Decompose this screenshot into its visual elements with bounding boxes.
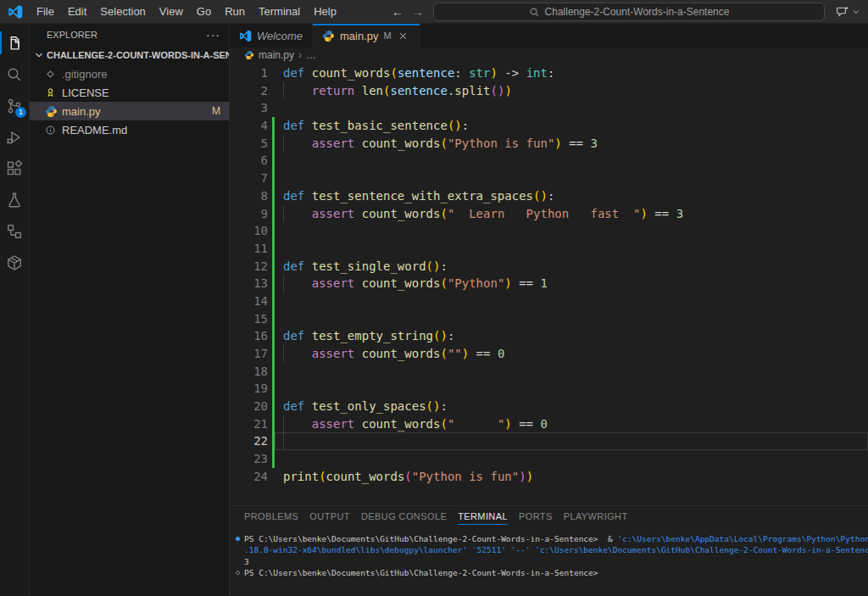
code-line[interactable]: 12def test_single_word(): xyxy=(230,258,868,276)
code-line[interactable]: 16def test_empty_string(): xyxy=(230,327,868,345)
menu-selection[interactable]: Selection xyxy=(93,0,152,24)
code-text[interactable] xyxy=(275,380,868,398)
code-line[interactable]: 20def test_only_spaces(): xyxy=(230,398,868,415)
line-number[interactable]: 13 xyxy=(230,275,268,292)
line-number[interactable]: 24 xyxy=(230,468,268,486)
code-text[interactable]: def test_only_spaces(): xyxy=(275,398,868,415)
forward-arrow-icon[interactable]: → xyxy=(412,5,424,19)
menu-terminal[interactable]: Terminal xyxy=(252,0,307,24)
line-number[interactable]: 4 xyxy=(230,117,268,135)
more-actions-icon[interactable]: ··· xyxy=(206,28,220,42)
code-line[interactable]: 22 xyxy=(230,432,868,450)
activity-testing[interactable] xyxy=(0,184,29,215)
terminal[interactable]: PS C:\Users\benke\Documents\GitHub\Chall… xyxy=(230,527,868,579)
code-text[interactable] xyxy=(275,363,868,381)
code-text[interactable]: def test_single_word(): xyxy=(275,258,868,276)
back-arrow-icon[interactable]: ← xyxy=(392,5,403,19)
activity-extensions[interactable] xyxy=(0,153,29,184)
activity-explorer[interactable] xyxy=(0,27,29,58)
file-row-readme.md[interactable]: README.md xyxy=(30,120,229,139)
line-number[interactable]: 1 xyxy=(230,64,268,82)
code-text[interactable]: assert count_words(" Learn Python fast "… xyxy=(275,205,868,223)
code-line[interactable]: 7 xyxy=(230,170,868,187)
line-number[interactable]: 16 xyxy=(230,327,268,345)
code-line[interactable]: 15 xyxy=(230,310,868,328)
line-number[interactable]: 7 xyxy=(230,170,268,187)
tab-welcome[interactable]: Welcome xyxy=(230,24,313,47)
code-text[interactable]: return len(sentence.split()) xyxy=(275,82,868,100)
file-row-.gitignore[interactable]: .gitignore xyxy=(30,64,229,83)
panel-tab-debug-console[interactable]: DEBUG CONSOLE xyxy=(361,506,447,527)
line-number[interactable]: 18 xyxy=(230,363,268,381)
code-text[interactable] xyxy=(275,450,868,468)
command-decoration-icon[interactable] xyxy=(235,567,244,578)
close-icon[interactable] xyxy=(397,29,410,42)
code-text[interactable] xyxy=(275,170,868,187)
code-line[interactable]: 24print(count_words("Python is fun")) xyxy=(230,468,868,486)
menu-file[interactable]: File xyxy=(30,0,61,24)
activity-package[interactable] xyxy=(0,247,29,278)
breadcrumb[interactable]: main.py › … xyxy=(230,47,868,63)
file-row-license[interactable]: LICENSE xyxy=(30,83,229,102)
code-text[interactable]: def test_basic_sentence(): xyxy=(275,117,868,135)
menu-edit[interactable]: Edit xyxy=(61,0,93,24)
line-number[interactable]: 21 xyxy=(230,415,268,433)
file-row-main.py[interactable]: main.pyM xyxy=(30,102,229,120)
panel-tab-playwright[interactable]: PLAYWRIGHT xyxy=(564,506,628,527)
code-line[interactable]: 1def count_words(sentence: str) -> int: xyxy=(230,64,868,82)
activity-references[interactable] xyxy=(0,215,29,247)
code-line[interactable]: 4def test_basic_sentence(): xyxy=(230,117,868,135)
code-text[interactable] xyxy=(275,152,868,170)
code-text[interactable]: assert count_words(" ") == 0 xyxy=(275,415,868,433)
code-text[interactable]: print(count_words("Python is fun")) xyxy=(275,468,868,486)
copilot-chat-icon[interactable] xyxy=(836,0,861,24)
code-text[interactable]: def test_sentence_with_extra_spaces(): xyxy=(275,187,868,205)
line-number[interactable]: 17 xyxy=(230,345,268,363)
panel-tab-output[interactable]: OUTPUT xyxy=(309,506,350,527)
code-line[interactable]: 14 xyxy=(230,292,868,310)
code-line[interactable]: 2 return len(sentence.split()) xyxy=(230,82,868,100)
line-number[interactable]: 9 xyxy=(230,205,268,223)
line-number[interactable]: 11 xyxy=(230,240,268,258)
code-line[interactable]: 11 xyxy=(230,240,868,258)
line-number[interactable]: 19 xyxy=(230,380,268,398)
code-line[interactable]: 18 xyxy=(230,363,868,381)
panel-tab-ports[interactable]: PORTS xyxy=(519,506,553,527)
command-decoration-icon[interactable] xyxy=(235,533,244,544)
code-text[interactable] xyxy=(275,99,868,117)
menu-run[interactable]: Run xyxy=(218,0,252,24)
panel-tab-problems[interactable]: PROBLEMS xyxy=(244,506,298,527)
menu-help[interactable]: Help xyxy=(307,0,343,24)
line-number[interactable]: 22 xyxy=(230,432,268,450)
activity-run-and-debug[interactable] xyxy=(0,121,29,153)
line-number[interactable]: 5 xyxy=(230,135,268,153)
command-center-search[interactable]: Challenge-2-Count-Words-in-a-Sentence xyxy=(433,3,825,21)
line-number[interactable]: 6 xyxy=(230,152,268,170)
code-line[interactable]: 8def test_sentence_with_extra_spaces(): xyxy=(230,187,868,205)
menu-go[interactable]: Go xyxy=(190,0,218,24)
line-number[interactable]: 2 xyxy=(230,82,268,100)
line-number[interactable]: 8 xyxy=(230,187,268,205)
code-line[interactable]: 5 assert count_words("Python is fun") ==… xyxy=(230,135,868,153)
code-text[interactable]: def test_empty_string(): xyxy=(275,327,868,345)
breadcrumb-file[interactable]: main.py xyxy=(259,49,294,61)
code-line[interactable]: 6 xyxy=(230,152,868,170)
tab-main.py[interactable]: main.pyM xyxy=(313,24,420,47)
line-number[interactable]: 14 xyxy=(230,292,268,310)
line-number[interactable]: 23 xyxy=(230,450,268,468)
code-line[interactable]: 10 xyxy=(230,222,868,240)
code-text[interactable] xyxy=(275,222,868,240)
menu-view[interactable]: View xyxy=(153,0,190,24)
code-editor[interactable]: 1def count_words(sentence: str) -> int:2… xyxy=(230,63,868,505)
line-number[interactable]: 15 xyxy=(230,310,268,328)
activity-source-control[interactable]: 1 xyxy=(0,90,29,121)
code-text[interactable]: assert count_words("Python is fun") == 3 xyxy=(275,135,868,153)
code-text[interactable] xyxy=(275,240,868,258)
code-line[interactable]: 19 xyxy=(230,380,868,398)
code-line[interactable]: 9 assert count_words(" Learn Python fast… xyxy=(230,205,868,223)
line-number[interactable]: 3 xyxy=(230,99,268,117)
code-line[interactable]: 17 assert count_words("") == 0 xyxy=(230,345,868,363)
code-text[interactable]: assert count_words("Python") == 1 xyxy=(275,275,868,292)
code-text[interactable] xyxy=(275,292,868,310)
code-line[interactable]: 21 assert count_words(" ") == 0 xyxy=(230,415,868,433)
